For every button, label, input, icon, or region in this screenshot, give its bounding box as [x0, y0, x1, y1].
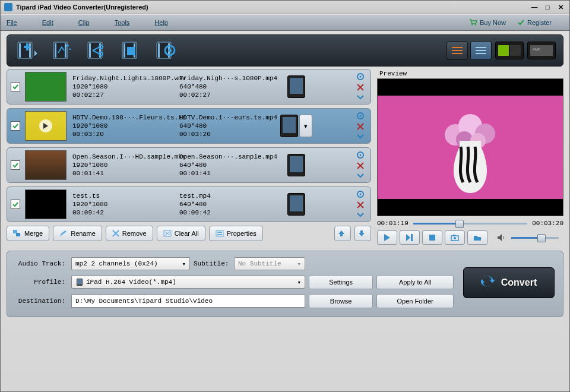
- row-remove-icon[interactable]: [357, 162, 364, 170]
- subtitle-label: Subtitle:: [194, 260, 230, 267]
- row-thumbnail: [25, 150, 66, 180]
- svg-point-11: [69, 49, 71, 50]
- crop-button[interactable]: [118, 38, 146, 63]
- preview-video[interactable]: [377, 78, 563, 216]
- ipad-icon: [75, 278, 84, 286]
- file-row[interactable]: HDTV.Demo.108···.Fleurs.ts.ts1920*108000…: [7, 108, 371, 144]
- device-cell[interactable]: [280, 75, 312, 98]
- volume-slider[interactable]: [511, 234, 559, 241]
- file-row[interactable]: test.ts1920*108000:09:42test.mp4640*4800…: [7, 186, 371, 222]
- buy-now-link[interactable]: Buy Now: [469, 19, 506, 26]
- device-dropdown[interactable]: ▾: [299, 115, 312, 137]
- row-checkbox[interactable]: [11, 82, 20, 91]
- audio-track-value: mp2 2 channels (0x24): [75, 260, 158, 267]
- play-position: 00:01:19: [377, 220, 408, 227]
- svg-rect-3: [19, 43, 21, 58]
- svg-rect-45: [16, 233, 20, 236]
- move-down-button[interactable]: [354, 226, 371, 241]
- row-expand-icon[interactable]: [357, 133, 364, 140]
- effects-button[interactable]: [49, 38, 77, 63]
- svg-rect-33: [510, 45, 521, 56]
- app-window: Tipard iPad Video Converter(Unregistered…: [0, 0, 570, 392]
- row-expand-icon[interactable]: [357, 172, 364, 179]
- row-checkbox[interactable]: [11, 121, 20, 131]
- menu-help[interactable]: Help: [154, 19, 168, 26]
- row-checkbox[interactable]: [11, 200, 20, 209]
- profile-dropdown[interactable]: iPad H.264 Video(*.mp4)▾: [71, 276, 305, 289]
- menu-edit[interactable]: Edit: [42, 19, 53, 26]
- subtitle-dropdown[interactable]: No Subtitle▾: [234, 257, 305, 270]
- svg-point-39: [360, 115, 362, 117]
- svg-rect-22: [158, 43, 160, 58]
- row-expand-icon[interactable]: [357, 94, 364, 101]
- remove-button[interactable]: Remove: [106, 226, 153, 241]
- detail-view-button[interactable]: [470, 41, 492, 60]
- file-row[interactable]: Open.Season.I···HD.sample.mkv1920*108000…: [7, 147, 371, 183]
- svg-rect-55: [411, 234, 413, 241]
- svg-rect-28: [452, 53, 463, 54]
- file-row[interactable]: Friday.Night.Lights.1080P.wmv1920*108000…: [7, 69, 371, 105]
- maximize-button[interactable]: □: [542, 3, 553, 11]
- svg-rect-26: [452, 47, 463, 48]
- row-settings-icon[interactable]: [356, 151, 365, 160]
- open-folder-button[interactable]: Open Folder: [376, 294, 454, 308]
- svg-point-37: [360, 76, 362, 78]
- menu-file[interactable]: File: [7, 19, 17, 26]
- clear-all-button[interactable]: Clear All: [157, 226, 205, 241]
- row-checkbox[interactable]: [11, 160, 20, 170]
- row-remove-icon[interactable]: [357, 201, 364, 210]
- menu-clip[interactable]: Clip: [78, 19, 90, 26]
- minimize-button[interactable]: —: [529, 3, 540, 11]
- device-cell[interactable]: ▾: [280, 115, 312, 137]
- stop-button[interactable]: [422, 230, 442, 245]
- snapshot-button[interactable]: [445, 230, 465, 245]
- device-icon: [287, 75, 305, 98]
- row-expand-icon[interactable]: [357, 211, 364, 219]
- svg-point-10: [66, 45, 69, 47]
- row-thumbnail: [25, 72, 66, 102]
- row-remove-icon[interactable]: [357, 123, 364, 131]
- list-view-button[interactable]: [446, 41, 468, 60]
- device-cell[interactable]: [280, 193, 312, 216]
- svg-rect-8: [55, 43, 56, 58]
- row-settings-icon[interactable]: [356, 72, 365, 82]
- merge-button[interactable]: Merge: [7, 226, 49, 241]
- convert-button[interactable]: Convert: [463, 267, 555, 298]
- device-icon: [280, 115, 298, 137]
- settings-button[interactable]: [152, 38, 180, 63]
- move-up-button[interactable]: [334, 226, 351, 241]
- svg-rect-27: [452, 50, 463, 51]
- destination-input[interactable]: D:\My Documents\Tipard Studio\Video: [71, 295, 305, 308]
- play-button[interactable]: [377, 230, 397, 245]
- apply-to-all-button[interactable]: Apply to All: [376, 275, 454, 289]
- destination-label: Destination:: [15, 298, 68, 305]
- profile-settings-button[interactable]: Settings: [309, 275, 373, 289]
- svg-text:AMD: AMD: [533, 48, 541, 51]
- menu-tools[interactable]: Tools: [115, 19, 130, 26]
- volume-icon: [497, 233, 505, 242]
- device-cell[interactable]: [280, 154, 312, 176]
- row-settings-icon[interactable]: [356, 190, 365, 200]
- trim-button[interactable]: [83, 38, 112, 63]
- arrow-up-icon: [338, 230, 345, 237]
- add-file-button[interactable]: [14, 38, 43, 63]
- clear-icon: [163, 230, 172, 237]
- properties-button[interactable]: Properties: [209, 226, 263, 241]
- step-button[interactable]: [400, 230, 420, 245]
- seek-slider[interactable]: [413, 220, 527, 227]
- svg-rect-49: [217, 234, 222, 235]
- svg-point-0: [471, 24, 473, 26]
- rename-button[interactable]: Rename: [53, 226, 102, 241]
- close-button[interactable]: ✕: [555, 3, 566, 11]
- output-info: Friday.Nigh···s.1080P.mp4640*48000:02:27: [179, 74, 280, 99]
- audio-track-dropdown[interactable]: mp2 2 channels (0x24)▾: [71, 257, 190, 270]
- browse-button[interactable]: Browse: [309, 294, 373, 308]
- audio-track-label: Audio Track:: [15, 260, 68, 267]
- register-link[interactable]: Register: [518, 19, 552, 26]
- vase-icon: [454, 141, 487, 193]
- profile-label: Profile:: [15, 279, 68, 286]
- subtitle-value: No Subtitle: [238, 260, 281, 267]
- row-settings-icon[interactable]: [356, 112, 365, 121]
- row-remove-icon[interactable]: [357, 84, 364, 92]
- snapshot-folder-button[interactable]: [467, 230, 487, 245]
